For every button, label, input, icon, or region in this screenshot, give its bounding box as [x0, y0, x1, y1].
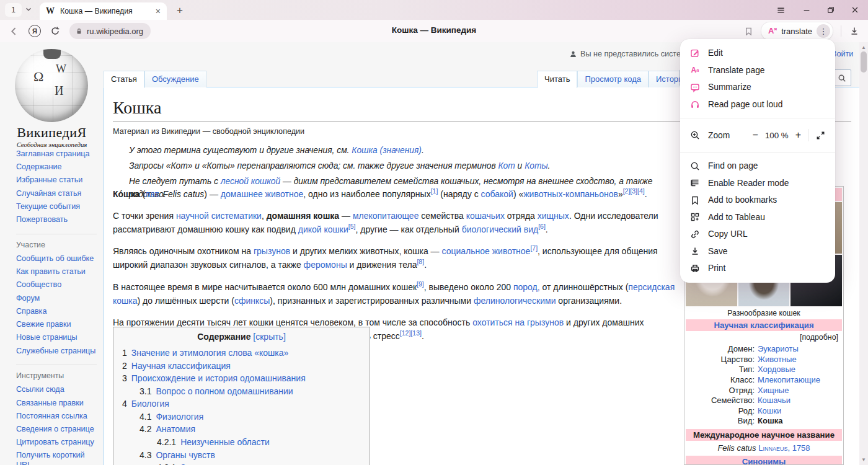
- toc-item[interactable]: 4.1 Физиология: [140, 410, 363, 423]
- translate-button[interactable]: Aя translate ⋮: [761, 22, 833, 40]
- sidebar-link[interactable]: Служебные страницы: [16, 347, 102, 356]
- toc-link[interactable]: Научная классификация: [131, 360, 231, 373]
- taxonomy-rank: Отряд:: [686, 386, 758, 396]
- reload-icon[interactable]: [50, 26, 60, 36]
- downloads-icon[interactable]: [849, 26, 859, 36]
- taxonomy-value[interactable]: Кошки: [758, 406, 781, 417]
- zoom-in-button[interactable]: +: [795, 130, 801, 140]
- browser-menu-icon[interactable]: [775, 4, 786, 16]
- toc-item[interactable]: 4 Биология: [122, 397, 363, 410]
- summarize-icon: [690, 82, 700, 92]
- toc-link[interactable]: Значение и этимология слова «кошка»: [131, 347, 289, 360]
- sidebar-link[interactable]: Форум: [16, 294, 102, 304]
- taxonomy-value[interactable]: Хордовые: [758, 365, 795, 375]
- classification-header[interactable]: Научная классификация: [686, 319, 842, 331]
- taxonomy-value[interactable]: Животные: [758, 355, 797, 365]
- sidebar-link[interactable]: Избранные статьи: [16, 175, 102, 185]
- sidebar-link[interactable]: Случайная статья: [16, 189, 102, 199]
- sidebar-link[interactable]: Сообщество: [16, 280, 102, 290]
- toc-hide-link[interactable]: [скрыть]: [253, 332, 285, 342]
- toc-link[interactable]: Органы чувств: [156, 449, 215, 462]
- toc-item[interactable]: 4.2.1 Неизученные области: [157, 436, 363, 449]
- sidebar-link[interactable]: Получить короткий URL: [16, 451, 102, 465]
- menu-item-edit[interactable]: Edit: [680, 45, 835, 62]
- menu-item-summarize[interactable]: Summarize: [680, 79, 835, 96]
- sidebar-link[interactable]: Связанные правки: [16, 399, 102, 409]
- tab-article[interactable]: Статья: [104, 71, 144, 88]
- sidebar-link[interactable]: Сообщить об ошибке: [16, 254, 102, 264]
- zoom-out-button[interactable]: −: [753, 130, 758, 140]
- menu-item-add-bookmark[interactable]: Add to bookmarks: [680, 192, 835, 209]
- menu-item-translate-page[interactable]: Aя Translate page: [680, 62, 835, 79]
- taxonomy-value[interactable]: Эукариоты: [758, 344, 799, 355]
- sidebar-link[interactable]: Постоянная ссылка: [16, 412, 102, 422]
- scroll-up-icon[interactable]: ▲: [859, 45, 868, 50]
- restore-button[interactable]: [825, 4, 836, 16]
- taxonomy-row: Вид: Кошка: [686, 416, 842, 427]
- taxonomy-value[interactable]: Млекопитающие: [758, 375, 820, 386]
- tab-discussion[interactable]: Обсуждение: [144, 71, 206, 87]
- menu-item-save[interactable]: Save: [680, 243, 835, 260]
- sidebar-link[interactable]: Заглавная страница: [16, 149, 102, 159]
- taxonomy-value[interactable]: Кошка: [758, 416, 782, 427]
- sidebar-link[interactable]: Сведения о странице: [16, 425, 102, 435]
- sidebar-link[interactable]: Ссылки сюда: [16, 385, 102, 395]
- yandex-icon[interactable]: Я: [29, 25, 41, 37]
- synonyms-header[interactable]: Синонимы: [686, 456, 842, 465]
- taxonomy-value[interactable]: Кошачьи: [758, 396, 790, 406]
- sidebar-link[interactable]: Текущие события: [16, 202, 102, 212]
- toc-link[interactable]: Анатомия: [156, 423, 195, 436]
- bookmark-flag-icon[interactable]: [744, 27, 753, 36]
- menu-item-reader-mode[interactable]: Enable Reader mode: [680, 175, 835, 192]
- minimize-button[interactable]: [801, 4, 812, 16]
- more-options-button[interactable]: ⋮: [817, 24, 830, 38]
- details-link[interactable]: [подробно]: [686, 331, 842, 343]
- toc-link[interactable]: Происхождение и история одомашнивания: [131, 372, 306, 385]
- address-bar[interactable]: ru.wikipedia.org: [69, 23, 151, 39]
- sidebar-link[interactable]: Свежие правки: [16, 320, 102, 330]
- scroll-down-icon[interactable]: ▼: [859, 457, 868, 463]
- toc-item[interactable]: 2 Научная классификация: [122, 360, 363, 373]
- sidebar-link[interactable]: Цитировать страницу: [16, 438, 102, 448]
- toc-list: 1 Значение и этимология слова «кошка» 2 …: [120, 347, 363, 465]
- menu-item-print[interactable]: Print: [680, 260, 835, 277]
- page-scrollbar[interactable]: ▲ ▼: [859, 42, 868, 465]
- tab-counter[interactable]: 1: [5, 3, 22, 17]
- taxonomy-value[interactable]: Хищные: [758, 386, 789, 396]
- tab-close-icon[interactable]: ×: [156, 7, 161, 16]
- toc-number: 4.3.1: [157, 461, 176, 465]
- tab-view-source[interactable]: Просмотр кода: [577, 71, 649, 87]
- new-tab-button[interactable]: +: [172, 3, 187, 18]
- sidebar-link[interactable]: Справка: [16, 307, 102, 317]
- toc-item[interactable]: 3.1 Вопрос о полном одомашнивании: [140, 385, 363, 398]
- wikipedia-logo[interactable]: ΩWИ: [15, 49, 88, 122]
- toc-link[interactable]: Зрение: [180, 461, 210, 465]
- tab-list-chevron-icon[interactable]: [24, 5, 33, 14]
- sidebar-link[interactable]: Как править статьи: [16, 267, 102, 277]
- search-icon[interactable]: [838, 74, 846, 82]
- toc-link[interactable]: Вопрос о полном одомашнивании: [156, 385, 293, 398]
- toc-item[interactable]: 4.3 Органы чувств: [140, 449, 363, 462]
- menu-item-read-aloud[interactable]: Read page out loud: [680, 96, 835, 113]
- toc-item[interactable]: 3 Происхождение и история одомашнивания: [122, 372, 363, 385]
- sidebar-participation-links: Сообщить об ошибкеКак править статьиСооб…: [16, 254, 102, 356]
- fullscreen-icon[interactable]: [815, 130, 825, 140]
- translate-label: translate: [781, 27, 812, 36]
- browser-tab[interactable]: W Кошка — Википедия ×: [40, 2, 167, 20]
- menu-item-add-to-tableau[interactable]: Add to Tableau: [680, 209, 835, 226]
- sidebar-link[interactable]: Пожертвовать: [16, 215, 102, 225]
- back-icon[interactable]: [9, 26, 19, 37]
- toc-item[interactable]: 1 Значение и этимология слова «кошка»: [122, 347, 363, 360]
- sidebar-link[interactable]: Новые страницы: [16, 333, 102, 343]
- menu-item-find-on-page[interactable]: Find on page: [680, 157, 835, 175]
- toc-link[interactable]: Биология: [131, 397, 169, 410]
- tab-read[interactable]: Читать: [537, 71, 577, 88]
- scrollbar-thumb[interactable]: [861, 51, 867, 73]
- sidebar-link[interactable]: Содержание: [16, 162, 102, 172]
- close-button[interactable]: [849, 4, 861, 16]
- toc-link[interactable]: Физиология: [156, 410, 203, 423]
- menu-item-copy-url[interactable]: Copy URL: [680, 226, 835, 243]
- toc-item[interactable]: 4.3.1 Зрение: [157, 461, 363, 465]
- toc-link[interactable]: Неизученные области: [180, 436, 270, 449]
- toc-item[interactable]: 4.2 Анатомия: [140, 423, 363, 436]
